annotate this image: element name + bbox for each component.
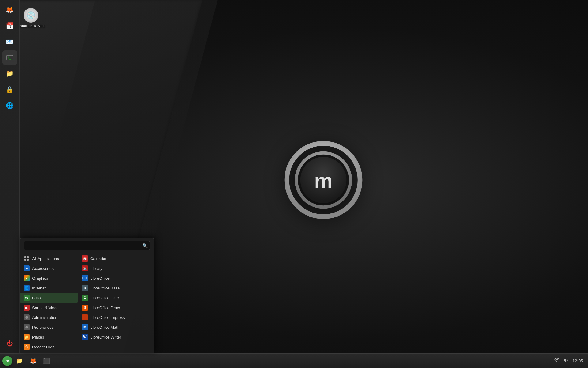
lo-draw-icon: D: [82, 305, 88, 311]
taskbar-firefox-btn[interactable]: 🦊: [27, 355, 39, 366]
svg-point-10: [556, 361, 557, 362]
clock-display: 12:05: [572, 358, 583, 363]
category-internet-label: Internet: [32, 286, 46, 290]
svg-text:$_: $_: [8, 56, 12, 60]
install-mint-icon[interactable]: 💿 Install Linux Mint: [15, 6, 46, 30]
accessories-icon: ✦: [24, 265, 30, 271]
dock-item-calendar[interactable]: 📅: [2, 18, 17, 33]
category-all-applications[interactable]: All Applications: [20, 254, 78, 263]
search-input[interactable]: [26, 243, 142, 248]
desktop: m 💿 Install Linux Mint 🦊 📅 📧 $_ 📁 🔒 🌐 ⏻ …: [0, 0, 588, 368]
category-places-label: Places: [32, 335, 44, 339]
app-calendar[interactable]: 📅 Calendar: [78, 254, 154, 263]
mint-menu-button[interactable]: m: [2, 356, 12, 366]
all-apps-icon: [24, 255, 30, 262]
svg-rect-6: [24, 256, 26, 258]
places-icon: 📁: [24, 334, 30, 340]
dock-item-terminal[interactable]: $_: [2, 50, 17, 65]
lo-base-icon: B: [82, 285, 88, 291]
app-lo-writer-label: LibreOffice Writer: [90, 335, 121, 339]
app-lo-writer[interactable]: W LibreOffice Writer: [78, 332, 154, 342]
category-recent-files[interactable]: ⏱ Recent Files: [20, 342, 78, 352]
category-administration-label: Administration: [32, 315, 57, 320]
graphics-icon: ▲: [24, 275, 30, 281]
menu-body: All Applications ✦ Accessories ▲ Graphic…: [20, 252, 154, 353]
svg-rect-7: [27, 256, 29, 258]
dock-item-mail[interactable]: 📧: [2, 34, 17, 49]
dock-item-firefox[interactable]: 🦊: [2, 2, 17, 17]
volume-icon[interactable]: [563, 358, 569, 364]
taskbar-terminal-btn[interactable]: ⬛: [40, 355, 53, 366]
calendar-app-icon: 📅: [82, 255, 88, 262]
taskbar-files-btn[interactable]: 📁: [13, 355, 26, 366]
svg-text:m: m: [314, 169, 333, 192]
mint-menu-icon: m: [6, 358, 9, 363]
category-places[interactable]: 📁 Places: [20, 332, 78, 342]
dock-item-power[interactable]: ⏻: [2, 336, 17, 351]
taskbar: m 📁 🦊 ⬛: [0, 353, 588, 368]
taskbar-firefox-icon: 🦊: [30, 358, 36, 364]
libreoffice-icon: LO: [82, 275, 88, 281]
app-lo-draw[interactable]: D LibreOffice Draw: [78, 303, 154, 312]
app-library-label: Library: [90, 266, 103, 271]
menu-search-area: 🔍: [20, 238, 154, 252]
taskbar-left: m 📁 🦊 ⬛: [0, 355, 55, 366]
category-sound-video-label: Sound & Video: [32, 305, 59, 310]
app-calendar-label: Calendar: [90, 256, 107, 261]
svg-rect-8: [24, 259, 26, 261]
category-office-label: Office: [32, 296, 43, 300]
category-preferences-label: Preferences: [32, 325, 54, 330]
taskbar-terminal-icon: ⬛: [43, 358, 50, 364]
app-libreoffice[interactable]: LO LibreOffice: [78, 273, 154, 283]
install-mint-disk-icon: 💿: [24, 8, 38, 23]
app-menu: 🔍 All Applications: [20, 238, 154, 353]
app-lo-calc-label: LibreOffice Calc: [90, 296, 119, 300]
lo-writer-icon: W: [82, 334, 88, 340]
app-lo-impress-label: LibreOffice Impress: [90, 315, 125, 320]
menu-apps: 📅 Calendar 📚 Library LO LibreOffice: [78, 252, 154, 353]
search-box[interactable]: 🔍: [24, 241, 150, 250]
app-lo-draw-label: LibreOffice Draw: [90, 305, 120, 310]
category-all-label: All Applications: [32, 256, 59, 261]
office-icon: W: [24, 295, 30, 301]
dock: 🦊 📅 📧 $_ 📁 🔒 🌐 ⏻: [0, 0, 20, 353]
category-preferences[interactable]: ⚙ Preferences: [20, 322, 78, 332]
network-icon[interactable]: [554, 358, 560, 364]
category-graphics[interactable]: ▲ Graphics: [20, 273, 78, 283]
dock-item-vpn[interactable]: 🔒: [2, 82, 17, 97]
search-icon: 🔍: [142, 243, 148, 248]
category-administration[interactable]: ⚙ Administration: [20, 312, 78, 322]
lo-impress-icon: I: [82, 314, 88, 320]
menu-categories: All Applications ✦ Accessories ▲ Graphic…: [20, 252, 78, 353]
install-mint-label: Install Linux Mint: [17, 24, 44, 28]
svg-rect-9: [27, 259, 29, 261]
app-libreoffice-label: LibreOffice: [90, 276, 110, 281]
app-lo-math[interactable]: M LibreOffice Math: [78, 322, 154, 332]
dock-item-browser[interactable]: 🌐: [2, 98, 17, 113]
category-office[interactable]: W Office: [20, 293, 78, 303]
app-lo-base-label: LibreOffice Base: [90, 286, 120, 290]
app-library[interactable]: 📚 Library: [78, 263, 154, 273]
category-accessories[interactable]: ✦ Accessories: [20, 263, 78, 273]
taskbar-right: 12:05: [549, 358, 588, 364]
preferences-icon: ⚙: [24, 324, 30, 330]
mint-logo: m: [284, 140, 363, 220]
svg-marker-11: [564, 358, 566, 362]
dock-item-files[interactable]: 📁: [2, 66, 17, 81]
app-lo-math-label: LibreOffice Math: [90, 325, 119, 330]
sound-video-icon: ▶: [24, 305, 30, 311]
category-sound-video[interactable]: ▶ Sound & Video: [20, 303, 78, 312]
lo-calc-icon: C: [82, 295, 88, 301]
category-graphics-label: Graphics: [32, 276, 48, 281]
library-app-icon: 📚: [82, 265, 88, 271]
category-internet[interactable]: 🌐 Internet: [20, 283, 78, 293]
internet-icon: 🌐: [24, 285, 30, 291]
category-recent-files-label: Recent Files: [32, 345, 54, 349]
app-lo-base[interactable]: B LibreOffice Base: [78, 283, 154, 293]
category-accessories-label: Accessories: [32, 266, 54, 271]
app-lo-calc[interactable]: C LibreOffice Calc: [78, 293, 154, 303]
app-lo-impress[interactable]: I LibreOffice Impress: [78, 312, 154, 322]
taskbar-files-icon: 📁: [16, 358, 23, 364]
lo-math-icon: M: [82, 324, 88, 330]
administration-icon: ⚙: [24, 314, 30, 320]
